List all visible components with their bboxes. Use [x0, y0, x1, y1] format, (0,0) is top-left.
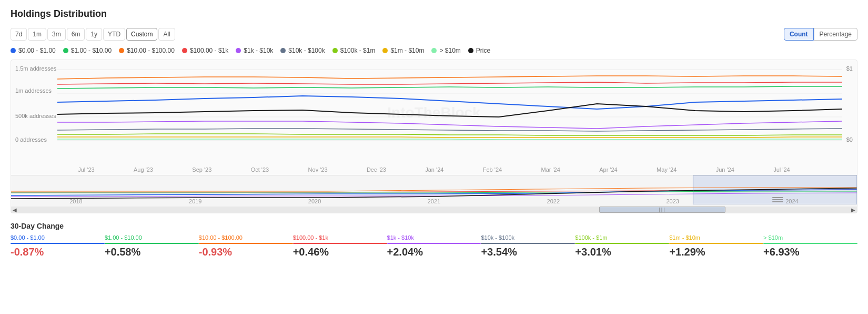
legend-item-4: $1k - $10k — [236, 47, 273, 54]
time-btn-1m[interactable]: 1m — [28, 28, 46, 41]
td-underline-6 — [575, 243, 669, 244]
td-underline-4 — [387, 243, 481, 244]
td-value-8: +6.93% — [763, 246, 857, 258]
legend-item-5: $10k - $100k — [280, 47, 325, 54]
x-label-4: Nov '23 — [308, 166, 328, 173]
legend-item-2: $10.00 - $100.00 — [119, 47, 175, 54]
year-2021: 2021 — [428, 198, 440, 204]
x-label-2: Sep '23 — [192, 166, 211, 173]
page-title: Holdings Distribution — [11, 8, 857, 19]
td-value-6: +3.01% — [575, 246, 669, 258]
y-label-mid1: 1m addresses — [15, 87, 52, 94]
legend-label-7: $1m - $10m — [390, 47, 424, 54]
td-label-0: $0.00 - $1.00 — [11, 234, 105, 241]
x-label-10: May '24 — [657, 166, 677, 173]
legend-label-5: $10k - $100k — [288, 47, 325, 54]
td-underline-3 — [293, 243, 387, 244]
scrollbar-handle-icon: ||| — [659, 207, 665, 212]
time-btn-1y[interactable]: 1y — [86, 28, 102, 41]
legend-dot-7 — [382, 48, 388, 53]
time-btn-6m[interactable]: 6m — [67, 28, 85, 41]
scroll-left-arrow[interactable]: ◀ — [11, 207, 18, 213]
td-underline-0 — [11, 243, 105, 244]
x-label-5: Dec '23 — [367, 166, 386, 173]
controls-bar: 7d 1m 3m 6m 1y YTD Custom All Count Perc… — [11, 28, 857, 41]
year-2024: 2024 — [785, 198, 798, 204]
chart-main: IntoTheBlock 1.5m addresses 1m addresses… — [11, 60, 857, 165]
td-col-6: $100k - $1m +3.01% — [575, 234, 669, 258]
time-btn-ytd[interactable]: YTD — [103, 28, 125, 41]
legend-label-4: $1k - $10k — [244, 47, 273, 54]
time-btn-all[interactable]: All — [158, 28, 175, 41]
main-chart-svg — [57, 64, 842, 154]
scrollbar-thumb[interactable]: ||| — [599, 207, 725, 213]
legend-label-6: $100k - $1m — [340, 47, 376, 54]
chart-area[interactable]: IntoTheBlock 1.5m addresses 1m addresses… — [11, 60, 857, 213]
year-2020: 2020 — [308, 198, 321, 204]
legend-label-2: $10.00 - $100.00 — [127, 47, 175, 54]
legend-dot-8 — [431, 48, 437, 53]
td-label-7: $1m - $10m — [669, 234, 763, 241]
view-toggle: Count Percentage — [784, 28, 857, 41]
time-btn-7d[interactable]: 7d — [11, 28, 27, 41]
legend-dot-0 — [11, 48, 16, 53]
thirty-day-section: 30-Day Change $0.00 - $1.00 -0.87% $1.00… — [11, 222, 857, 258]
time-buttons: 7d 1m 3m 6m 1y YTD Custom All — [11, 28, 175, 41]
legend-label-9: Price — [476, 47, 490, 54]
legend-label-8: > $10m — [439, 47, 460, 54]
legend-dot-4 — [236, 48, 241, 53]
td-underline-1 — [105, 243, 199, 244]
y-label-mid2: 500k addresses — [15, 113, 56, 119]
time-btn-custom[interactable]: Custom — [126, 28, 157, 41]
td-label-4: $1k - $10k — [387, 234, 481, 241]
legend-label-3: $100.00 - $1k — [190, 47, 228, 54]
td-underline-7 — [669, 243, 763, 244]
legend-item-9: Price — [468, 47, 490, 54]
legend-dot-5 — [280, 48, 286, 53]
legend-label-0: $0.00 - $1.00 — [18, 47, 56, 54]
year-2019: 2019 — [189, 198, 201, 204]
page-container: Holdings Distribution 7d 1m 3m 6m 1y YTD… — [0, 0, 868, 267]
scroll-right-arrow[interactable]: ▶ — [850, 207, 857, 213]
legend-dot-2 — [119, 48, 124, 53]
legend-dot-9 — [468, 48, 473, 53]
x-label-9: Apr '24 — [599, 166, 618, 173]
mini-chart-area[interactable]: 2018 2019 2020 2021 2022 2023 2024 — [11, 175, 857, 207]
legend: $0.00 - $1.00 $1.00 - $10.00 $10.00 - $1… — [11, 47, 857, 54]
x-label-8: Mar '24 — [541, 166, 560, 173]
scrollbar[interactable]: ◀ ||| ▶ — [11, 207, 857, 213]
td-value-2: -0.93% — [199, 246, 293, 258]
count-button[interactable]: Count — [784, 28, 814, 41]
x-label-6: Jan '24 — [425, 166, 443, 173]
x-label-11: Jun '24 — [716, 166, 734, 173]
y-label-top: 1.5m addresses — [15, 65, 56, 72]
x-label-12: Jul '24 — [773, 166, 790, 173]
td-col-8: > $10m +6.93% — [763, 234, 857, 258]
td-label-1: $1.00 - $10.00 — [105, 234, 199, 241]
year-2023: 2023 — [666, 198, 679, 204]
percentage-button[interactable]: Percentage — [814, 28, 857, 41]
td-col-7: $1m - $10m +1.29% — [669, 234, 763, 258]
td-col-3: $100.00 - $1k +0.46% — [293, 234, 387, 258]
legend-dot-3 — [182, 48, 187, 53]
td-value-1: +0.58% — [105, 246, 199, 258]
y-label-right-top: $1 — [846, 65, 853, 72]
legend-dot-6 — [332, 48, 338, 53]
y-label-right-bottom: $0 — [846, 136, 853, 143]
td-value-7: +1.29% — [669, 246, 763, 258]
td-col-1: $1.00 - $10.00 +0.58% — [105, 234, 199, 258]
x-label-0: Jul '23 — [78, 166, 94, 173]
year-2022: 2022 — [547, 198, 560, 204]
time-btn-3m[interactable]: 3m — [47, 28, 66, 41]
x-axis-labels: Jul '23 Aug '23 Sep '23 Oct '23 Nov '23 … — [11, 165, 857, 175]
year-2018: 2018 — [69, 198, 82, 204]
td-underline-5 — [481, 243, 575, 244]
td-value-3: +0.46% — [293, 246, 387, 258]
legend-item-1: $1.00 - $10.00 — [63, 47, 112, 54]
td-col-0: $0.00 - $1.00 -0.87% — [11, 234, 105, 258]
x-label-3: Oct '23 — [251, 166, 269, 173]
td-label-2: $10.00 - $100.00 — [199, 234, 293, 241]
td-underline-8 — [763, 243, 857, 244]
legend-label-1: $1.00 - $10.00 — [71, 47, 112, 54]
td-col-4: $1k - $10k +2.04% — [387, 234, 481, 258]
